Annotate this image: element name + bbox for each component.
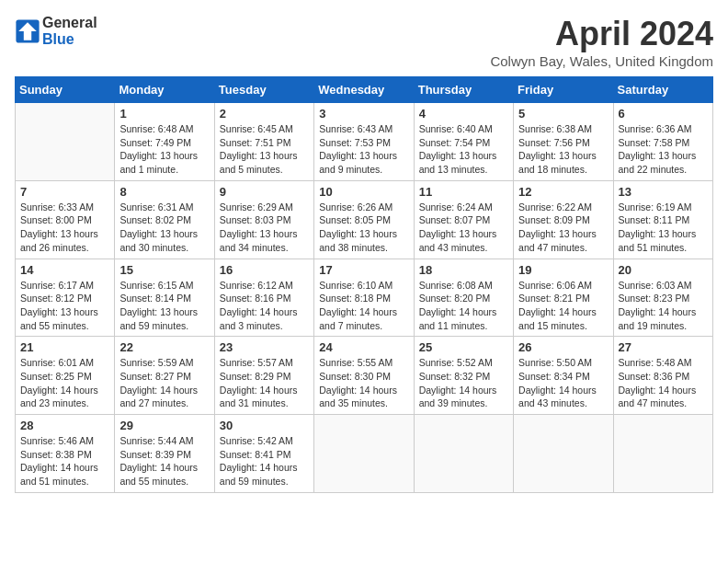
logo-text-general: General [42,15,97,30]
day-info: Sunrise: 6:26 AMSunset: 8:05 PMDaylight:… [319,201,408,255]
day-number: 13 [619,185,708,199]
day-info: Sunrise: 6:38 AMSunset: 7:56 PMDaylight:… [518,122,608,177]
day-number: 20 [619,263,708,277]
day-info: Sunrise: 6:01 AMSunset: 8:25 PMDaylight:… [20,356,109,410]
day-number: 17 [319,263,408,277]
day-number: 6 [619,107,708,121]
calendar-cell: 28Sunrise: 5:46 AMSunset: 8:38 PMDayligh… [16,415,115,493]
day-info: Sunrise: 6:10 AMSunset: 8:18 PMDaylight:… [319,279,408,333]
day-number: 14 [20,263,109,277]
day-header-sunday: Sunday [16,77,115,103]
day-number: 28 [20,419,109,432]
day-info: Sunrise: 6:12 AMSunset: 8:16 PMDaylight:… [220,279,309,333]
calendar-cell: 8Sunrise: 6:31 AMSunset: 8:02 PMDaylight… [115,180,214,259]
calendar-cell: 3Sunrise: 6:43 AMSunset: 7:53 PMDaylight… [314,103,414,181]
day-header-wednesday: Wednesday [314,77,414,103]
day-info: Sunrise: 5:59 AMSunset: 8:27 PMDaylight:… [119,356,209,410]
day-number: 21 [20,340,109,354]
day-info: Sunrise: 6:45 AMSunset: 7:51 PMDaylight:… [220,122,309,177]
calendar-cell [414,415,513,493]
day-info: Sunrise: 6:43 AMSunset: 7:53 PMDaylight:… [319,122,408,177]
calendar-cell: 22Sunrise: 5:59 AMSunset: 8:27 PMDayligh… [115,337,214,415]
logo-text-blue: Blue [42,31,74,47]
day-number: 24 [319,340,408,354]
day-number: 16 [220,263,309,277]
header-row: SundayMondayTuesdayWednesdayThursdayFrid… [16,77,713,103]
calendar-cell: 15Sunrise: 6:15 AMSunset: 8:14 PMDayligh… [115,259,214,337]
day-number: 1 [119,107,209,121]
header-area: General Blue April 2024 Colwyn Bay, Wale… [15,15,713,69]
logo-icon [15,18,40,44]
calendar-title: April 2024 [490,15,713,53]
calendar-cell [613,415,712,493]
day-number: 10 [319,185,408,199]
day-info: Sunrise: 5:52 AMSunset: 8:32 PMDaylight:… [419,356,508,410]
day-number: 27 [619,340,708,354]
calendar-week-5: 28Sunrise: 5:46 AMSunset: 8:38 PMDayligh… [16,415,713,493]
day-info: Sunrise: 6:19 AMSunset: 8:11 PMDaylight:… [619,201,708,255]
day-header-thursday: Thursday [414,77,513,103]
calendar-cell: 11Sunrise: 6:24 AMSunset: 8:07 PMDayligh… [414,180,513,259]
day-number: 29 [119,419,209,432]
calendar-cell: 23Sunrise: 5:57 AMSunset: 8:29 PMDayligh… [214,337,313,415]
calendar-cell: 21Sunrise: 6:01 AMSunset: 8:25 PMDayligh… [16,337,115,415]
day-number: 19 [518,263,608,277]
calendar-cell: 13Sunrise: 6:19 AMSunset: 8:11 PMDayligh… [613,180,712,259]
day-number: 15 [119,263,209,277]
day-info: Sunrise: 6:22 AMSunset: 8:09 PMDaylight:… [518,201,608,255]
day-info: Sunrise: 6:33 AMSunset: 8:00 PMDaylight:… [20,201,109,255]
day-info: Sunrise: 6:48 AMSunset: 7:49 PMDaylight:… [119,122,209,177]
day-info: Sunrise: 6:40 AMSunset: 7:54 PMDaylight:… [419,122,508,177]
calendar-cell: 10Sunrise: 6:26 AMSunset: 8:05 PMDayligh… [314,180,414,259]
day-number: 12 [518,185,608,199]
calendar-cell: 17Sunrise: 6:10 AMSunset: 8:18 PMDayligh… [314,259,414,337]
day-number: 11 [419,185,508,199]
day-info: Sunrise: 5:42 AMSunset: 8:41 PMDaylight:… [220,434,309,488]
day-info: Sunrise: 5:48 AMSunset: 8:36 PMDaylight:… [619,356,708,410]
calendar-cell: 24Sunrise: 5:55 AMSunset: 8:30 PMDayligh… [314,337,414,415]
calendar-cell: 6Sunrise: 6:36 AMSunset: 7:58 PMDaylight… [613,103,712,181]
logo: General Blue [15,15,97,48]
day-header-saturday: Saturday [613,77,712,103]
calendar-cell [314,415,414,493]
day-number: 23 [220,340,309,354]
calendar-cell: 7Sunrise: 6:33 AMSunset: 8:00 PMDaylight… [16,180,115,259]
calendar-cell [16,103,115,181]
day-number: 7 [20,185,109,199]
day-number: 18 [419,263,508,277]
calendar-week-4: 21Sunrise: 6:01 AMSunset: 8:25 PMDayligh… [16,337,713,415]
day-number: 3 [319,107,408,121]
day-number: 22 [119,340,209,354]
calendar-cell: 4Sunrise: 6:40 AMSunset: 7:54 PMDaylight… [414,103,513,181]
day-info: Sunrise: 6:17 AMSunset: 8:12 PMDaylight:… [20,279,109,333]
day-number: 30 [220,419,309,432]
calendar-cell: 14Sunrise: 6:17 AMSunset: 8:12 PMDayligh… [16,259,115,337]
day-number: 8 [119,185,209,199]
calendar-cell: 30Sunrise: 5:42 AMSunset: 8:41 PMDayligh… [214,415,313,493]
title-block: April 2024 Colwyn Bay, Wales, United Kin… [490,15,713,69]
calendar-week-3: 14Sunrise: 6:17 AMSunset: 8:12 PMDayligh… [16,259,713,337]
day-info: Sunrise: 6:08 AMSunset: 8:20 PMDaylight:… [419,279,508,333]
calendar-cell: 25Sunrise: 5:52 AMSunset: 8:32 PMDayligh… [414,337,513,415]
calendar-cell: 27Sunrise: 5:48 AMSunset: 8:36 PMDayligh… [613,337,712,415]
day-info: Sunrise: 6:29 AMSunset: 8:03 PMDaylight:… [220,201,309,255]
calendar-cell: 19Sunrise: 6:06 AMSunset: 8:21 PMDayligh… [514,259,613,337]
calendar-week-2: 7Sunrise: 6:33 AMSunset: 8:00 PMDaylight… [16,180,713,259]
calendar-cell: 26Sunrise: 5:50 AMSunset: 8:34 PMDayligh… [514,337,613,415]
day-number: 4 [419,107,508,121]
calendar-subtitle: Colwyn Bay, Wales, United Kingdom [490,53,713,69]
day-info: Sunrise: 5:57 AMSunset: 8:29 PMDaylight:… [220,356,309,410]
day-info: Sunrise: 6:31 AMSunset: 8:02 PMDaylight:… [119,201,209,255]
day-info: Sunrise: 6:03 AMSunset: 8:23 PMDaylight:… [619,279,708,333]
day-number: 9 [220,185,309,199]
day-number: 26 [518,340,608,354]
day-number: 25 [419,340,508,354]
calendar-week-1: 1Sunrise: 6:48 AMSunset: 7:49 PMDaylight… [16,103,713,181]
day-header-monday: Monday [115,77,214,103]
day-header-tuesday: Tuesday [214,77,313,103]
calendar-cell: 29Sunrise: 5:44 AMSunset: 8:39 PMDayligh… [115,415,214,493]
calendar-cell: 5Sunrise: 6:38 AMSunset: 7:56 PMDaylight… [514,103,613,181]
day-info: Sunrise: 5:50 AMSunset: 8:34 PMDaylight:… [518,356,608,410]
calendar-cell: 2Sunrise: 6:45 AMSunset: 7:51 PMDaylight… [214,103,313,181]
day-info: Sunrise: 5:46 AMSunset: 8:38 PMDaylight:… [20,434,109,488]
